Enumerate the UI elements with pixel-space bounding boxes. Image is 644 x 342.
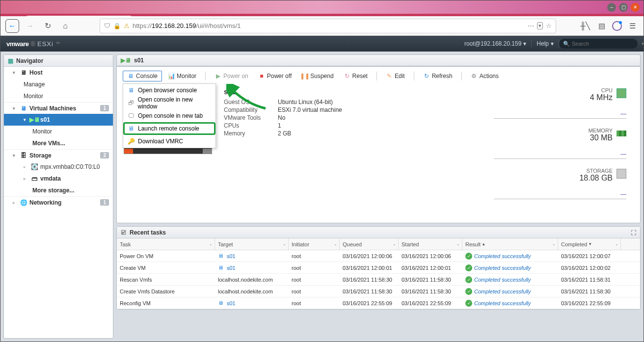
bookmark-icon[interactable]: ☆ bbox=[546, 22, 552, 29]
td-target: localhost.nodekite.com bbox=[215, 286, 289, 297]
network-icon: 🌐 bbox=[20, 199, 27, 207]
th-target[interactable]: Target⌄ bbox=[215, 238, 289, 250]
sidebar-item-vmdata[interactable]: ▸🗃vmdata bbox=[4, 173, 113, 184]
th-queued[interactable]: Queued⌄ bbox=[340, 238, 399, 250]
more-icon[interactable]: ⋯ bbox=[528, 22, 534, 29]
sidebar-item-disk[interactable]: ▸💽mpx.vmhba0:C0:T0:L0 bbox=[4, 161, 113, 173]
sidebar-item-s01[interactable]: ▾▶🖥s01 bbox=[4, 114, 113, 126]
menu-open-console-new-tab[interactable]: 🖵Open console in new tab bbox=[123, 109, 215, 122]
expander-icon: ▸ bbox=[24, 164, 28, 169]
back-button[interactable]: ← bbox=[5, 19, 19, 33]
suspend-button[interactable]: ❚❚Suspend bbox=[297, 71, 337, 81]
sidebar-item-host[interactable]: ▾🖥Host bbox=[4, 67, 113, 79]
window-icon: 🗗 bbox=[127, 99, 135, 107]
td-result: ✓Completed successfully bbox=[462, 274, 558, 285]
action-label: Console bbox=[136, 73, 158, 79]
power-off-button[interactable]: ■Power off bbox=[254, 71, 295, 81]
table-row[interactable]: Create VM🖥s01root03/16/2021 12:00:0103/1… bbox=[117, 262, 640, 274]
window-close-button[interactable]: ✕ bbox=[631, 3, 640, 12]
help-menu[interactable]: Help ▾ bbox=[532, 36, 559, 52]
td-target[interactable]: 🖥s01 bbox=[215, 297, 289, 309]
th-result[interactable]: Result▲⌄ bbox=[462, 238, 558, 250]
table-row[interactable]: Reconfig VM🖥s01root03/16/2021 22:55:0903… bbox=[117, 297, 640, 309]
menu-label: Open console in new window bbox=[138, 96, 212, 110]
window-maximize-button[interactable]: ▢ bbox=[619, 3, 628, 12]
td-initiator: root bbox=[289, 250, 340, 262]
td-task: Create Vmfs Datastore bbox=[117, 286, 215, 297]
tree-label: Monitor bbox=[24, 93, 43, 100]
window-minimize-button[interactable]: – bbox=[607, 3, 616, 12]
th-task[interactable]: Task⌄ bbox=[117, 238, 215, 250]
maximize-panel-icon[interactable]: ⛶ bbox=[631, 230, 636, 236]
count-badge: 2 bbox=[100, 152, 109, 158]
memory-sparkline bbox=[494, 142, 626, 159]
sidebar-item-more-vms[interactable]: More VMs... bbox=[4, 137, 113, 149]
account-icon[interactable] bbox=[612, 21, 622, 31]
stat-label: MEMORY bbox=[589, 128, 613, 133]
url-bar[interactable]: 🛡 🔒 ⚠ https://192.168.20.159/ui/#/host/v… bbox=[100, 19, 556, 33]
sidebar-item-vm-monitor[interactable]: Monitor bbox=[4, 126, 113, 137]
sidebar-item-networking[interactable]: ▸🌐Networking1 bbox=[4, 196, 113, 208]
action-label: Actions bbox=[480, 73, 499, 79]
menu-download-vmrc[interactable]: 🔑Download VMRC bbox=[123, 135, 215, 148]
reset-button[interactable]: ↻Reset bbox=[340, 71, 372, 81]
td-queued: 03/16/2021 12:00:01 bbox=[340, 262, 399, 273]
sidebar-item-storage[interactable]: ▾🗄Storage2 bbox=[4, 149, 113, 161]
td-started: 03/16/2021 11:58:30 bbox=[399, 274, 462, 285]
td-target[interactable]: 🖥s01 bbox=[215, 250, 289, 262]
menu-icon[interactable]: ☰ bbox=[626, 20, 639, 32]
refresh-button[interactable]: ↻Refresh bbox=[419, 71, 456, 81]
sidebar-item-manage[interactable]: Manage bbox=[4, 79, 113, 90]
tree-label: mpx.vmhba0:C0:T0:L0 bbox=[40, 163, 100, 170]
pencil-icon: ✎ bbox=[386, 73, 393, 79]
chevron-down-icon: ▾ bbox=[551, 40, 554, 47]
permissions-icon: ⚠ bbox=[124, 22, 130, 29]
chevron-down-icon: ▾ bbox=[642, 41, 644, 46]
sidebar-item-more-storage[interactable]: More storage... bbox=[4, 184, 113, 196]
td-task: Rescan Vmfs bbox=[117, 274, 215, 285]
forward-button[interactable]: → bbox=[23, 19, 37, 33]
tree-label: More VMs... bbox=[32, 140, 65, 147]
header-search[interactable]: 🔍 ▾ bbox=[559, 39, 638, 49]
home-button[interactable]: ⌂ bbox=[58, 19, 72, 33]
stop-icon: ■ bbox=[258, 73, 265, 79]
edit-button[interactable]: ✎Edit bbox=[382, 71, 409, 81]
expander-icon: ▾ bbox=[13, 153, 18, 158]
td-result: ✓Completed successfully bbox=[462, 286, 558, 297]
search-input[interactable] bbox=[572, 41, 640, 47]
download-icon: 🔑 bbox=[127, 137, 135, 145]
td-completed: 03/16/2021 11:58:30 bbox=[558, 286, 621, 297]
actions-button[interactable]: ⚙Actions bbox=[467, 71, 503, 81]
expander-icon: ▾ bbox=[13, 106, 18, 111]
expander-icon: ▾ bbox=[13, 70, 18, 75]
power-on-button[interactable]: ▶Power on bbox=[211, 71, 252, 81]
th-completed[interactable]: Completed▼⌄ bbox=[558, 238, 621, 250]
table-row[interactable]: Rescan Vmfslocalhost.nodekite.comroot03/… bbox=[117, 274, 640, 286]
page-title: s01 bbox=[134, 57, 144, 64]
table-row[interactable]: Create Vmfs Datastorelocalhost.nodekite.… bbox=[117, 286, 640, 297]
th-started[interactable]: Started⌄ bbox=[399, 238, 462, 250]
td-target[interactable]: 🖥s01 bbox=[215, 262, 289, 273]
action-label: Suspend bbox=[310, 73, 333, 79]
chevron-down-icon: ⌄ bbox=[615, 242, 618, 246]
vms-icon: 🖥 bbox=[20, 105, 27, 112]
sidebar-icon[interactable]: ▤ bbox=[595, 20, 608, 32]
user-menu[interactable]: root@192.168.20.159 ▾ bbox=[459, 36, 531, 52]
monitor-button[interactable]: 📊Monitor bbox=[164, 71, 200, 81]
table-row[interactable]: Power On VM🖥s01root03/16/2021 12:00:0603… bbox=[117, 250, 640, 262]
sidebar-item-monitor[interactable]: Monitor bbox=[4, 90, 113, 102]
menu-launch-remote-console[interactable]: 🖥Launch remote console bbox=[123, 122, 215, 135]
console-button[interactable]: 🖥Console bbox=[123, 71, 162, 81]
window-titlebar: – ▢ ✕ bbox=[0, 0, 644, 14]
library-icon[interactable]: ╫╲ bbox=[579, 20, 591, 32]
info-value: 1 bbox=[278, 122, 281, 129]
menu-open-browser-console[interactable]: 🖥Open browser console bbox=[123, 84, 215, 97]
sidebar-item-vms[interactable]: ▾🖥Virtual Machines1 bbox=[4, 102, 113, 114]
reload-button[interactable]: ↻ bbox=[41, 19, 54, 33]
menu-open-console-new-window[interactable]: 🗗Open console in new window bbox=[123, 97, 215, 109]
chevron-down-icon: ⌄ bbox=[283, 242, 286, 246]
cpu-icon bbox=[617, 88, 626, 98]
th-initiator[interactable]: Initiator⌄ bbox=[289, 238, 340, 250]
info-label: Guest OS bbox=[224, 99, 278, 105]
reader-icon[interactable]: ▾ bbox=[537, 22, 543, 29]
